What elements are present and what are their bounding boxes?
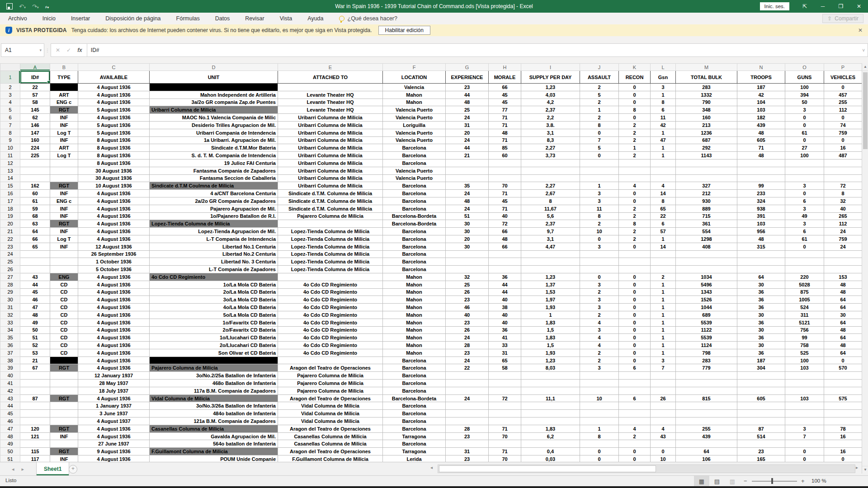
cell[interactable]: 23 <box>446 319 489 326</box>
cell[interactable] <box>676 174 737 182</box>
cell[interactable]: 103 <box>737 106 785 114</box>
enable-editing-button[interactable]: Habilitar edición <box>378 26 430 35</box>
cell[interactable]: 16 <box>824 144 862 152</box>
cell[interactable]: 4 August 1936 <box>78 342 150 349</box>
row-header-51[interactable]: 51 <box>0 455 20 462</box>
cell[interactable] <box>785 174 824 182</box>
cell[interactable]: 2 <box>619 205 651 212</box>
cell[interactable]: 394 <box>785 91 824 99</box>
cell[interactable]: 44 <box>446 91 489 99</box>
cell[interactable]: Vidal Columna de Milicia <box>150 394 278 402</box>
cell[interactable]: Lopez-Tienda Agrupacion de Mil. <box>150 228 278 235</box>
row-header-46[interactable]: 46 <box>0 418 20 425</box>
cell[interactable]: 117a B.M. Compania de Zapadores <box>150 387 278 394</box>
cell[interactable]: 4o Cdo CD Regimiento <box>278 349 383 357</box>
cell[interactable]: 11,1 <box>521 394 580 402</box>
cell[interactable]: 99 <box>737 182 785 190</box>
cell[interactable] <box>785 410 824 418</box>
cell[interactable] <box>651 372 676 380</box>
cell[interactable] <box>619 418 651 425</box>
cell[interactable]: 4 <box>580 342 619 349</box>
cell[interactable]: 3 <box>785 220 824 228</box>
cell[interactable]: 160 <box>676 114 737 122</box>
cell[interactable] <box>446 410 489 418</box>
cell[interactable]: 4 August 1936 <box>78 114 150 122</box>
cell[interactable] <box>737 402 785 410</box>
formula-input[interactable]: ID# ˅ <box>87 43 868 57</box>
row-header-30[interactable]: 30 <box>0 296 20 304</box>
cell[interactable]: 715 <box>676 212 737 220</box>
cell[interactable]: 27 <box>785 144 824 152</box>
cell[interactable]: 4 <box>619 182 651 190</box>
cell[interactable]: Uribarri Columna de Milicia <box>150 106 278 114</box>
cell[interactable]: 36 <box>737 349 785 357</box>
cell[interactable]: 324 <box>737 197 785 205</box>
cell[interactable]: Barcelona <box>383 228 446 235</box>
cell[interactable]: 40 <box>489 212 521 220</box>
cell[interactable]: 1236 <box>676 129 737 136</box>
cell[interactable]: Mahon <box>383 91 446 99</box>
cell[interactable]: 564o batallon de Infanteria <box>150 440 278 448</box>
cell[interactable]: Barcelona <box>383 410 446 418</box>
cell[interactable]: 2,37 <box>521 106 580 114</box>
cell[interactable]: Mahon Independent de Artilleria <box>150 91 278 99</box>
cell[interactable]: 8 <box>651 99 676 106</box>
cell[interactable]: 6 <box>785 197 824 205</box>
cell[interactable] <box>489 380 521 387</box>
column-header-D[interactable]: D <box>150 64 278 71</box>
cell[interactable]: 35 <box>446 182 489 190</box>
row-header-25[interactable]: 25 <box>0 258 20 266</box>
scroll-down-icon[interactable]: ▼ <box>862 466 868 474</box>
cell[interactable]: 48 <box>20 311 50 319</box>
cell[interactable]: 31 <box>489 349 521 357</box>
cell[interactable]: Levante del Teatro de Operaciones <box>150 84 278 91</box>
cell[interactable]: 121 <box>20 432 50 440</box>
cell[interactable]: 14 <box>651 243 676 250</box>
cell[interactable]: 2,2 <box>521 114 580 122</box>
cell[interactable] <box>580 167 619 174</box>
row-header-15[interactable]: 15 <box>0 182 20 190</box>
cell[interactable]: 74 <box>824 121 862 129</box>
cell[interactable]: Barcelona <box>383 364 446 372</box>
row-header-14[interactable]: 14 <box>0 174 20 182</box>
cell[interactable]: 1 January 1937 <box>78 402 150 410</box>
cell[interactable]: 0 <box>619 99 651 106</box>
header-cell[interactable]: AVAILABLE <box>78 71 150 84</box>
cell[interactable] <box>50 266 78 273</box>
cell[interactable]: Barcelona <box>383 266 446 273</box>
cell[interactable] <box>20 266 50 273</box>
cell[interactable]: Barcelona <box>383 152 446 160</box>
cell[interactable]: 1 <box>651 342 676 349</box>
cell[interactable]: 255 <box>824 99 862 106</box>
cell[interactable] <box>489 159 521 167</box>
cell[interactable]: 87 <box>20 394 50 402</box>
cell[interactable]: 4o Cdo CD Regimiento <box>278 311 383 319</box>
cell[interactable]: Log T <box>50 152 78 160</box>
cell[interactable] <box>619 410 651 418</box>
cell[interactable] <box>824 410 862 418</box>
cell[interactable]: 283 <box>676 84 737 91</box>
cell[interactable]: 0 <box>619 296 651 304</box>
cell[interactable]: 10 <box>580 228 619 235</box>
cell[interactable]: L-T Compania de Zapadores <box>150 266 278 273</box>
cell[interactable] <box>580 402 619 410</box>
cell[interactable]: 1298 <box>676 235 737 243</box>
cell[interactable]: 2a/2o GR Compania de Zapadores <box>150 197 278 205</box>
cell[interactable]: 0 <box>619 243 651 250</box>
cell[interactable]: Uribarri Columna de Milicia <box>278 174 383 182</box>
cell[interactable]: 4 August 1936 <box>78 394 150 402</box>
cell[interactable]: Libertad No. 3 Centuria <box>150 258 278 266</box>
cell[interactable]: 36 <box>737 334 785 342</box>
cell[interactable]: 0 <box>580 455 619 462</box>
cell[interactable]: 233 <box>737 190 785 197</box>
cell[interactable]: 0 <box>824 357 862 364</box>
cell[interactable]: 4 August 1936 <box>78 349 150 357</box>
cell[interactable]: 87 <box>737 425 785 432</box>
cell[interactable]: 8 <box>619 106 651 114</box>
cell[interactable]: 0 <box>785 448 824 455</box>
cell[interactable]: 24 <box>446 190 489 197</box>
column-header-G[interactable]: G <box>446 64 489 71</box>
row-header-28[interactable]: 28 <box>0 281 20 288</box>
cell[interactable]: 25 <box>446 106 489 114</box>
cell[interactable]: 27 June 1937 <box>78 440 150 448</box>
